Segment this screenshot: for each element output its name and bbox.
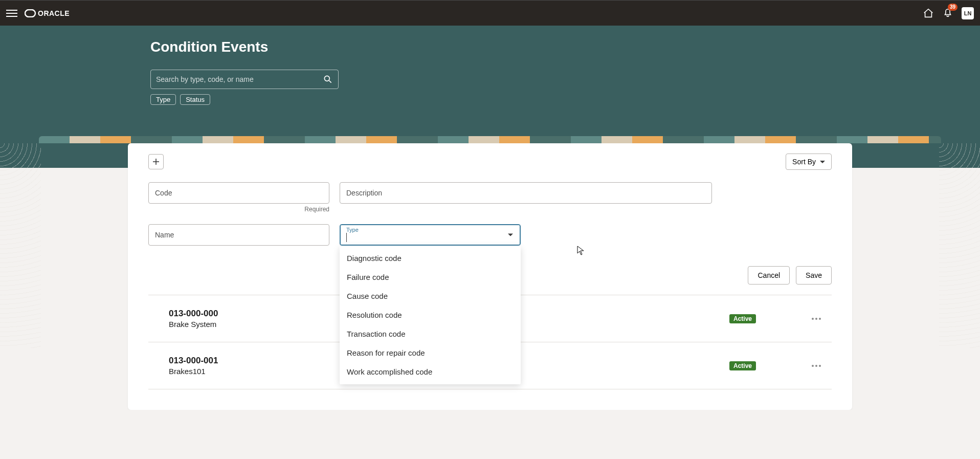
type-option[interactable]: Reason for repair code bbox=[340, 343, 521, 362]
code-helper: Required bbox=[148, 206, 329, 213]
add-button[interactable] bbox=[148, 154, 164, 169]
filter-chips: Type Status bbox=[150, 94, 830, 105]
description-field-wrapper: Description bbox=[340, 182, 712, 213]
caret-down-icon bbox=[820, 161, 825, 163]
cancel-button[interactable]: Cancel bbox=[748, 266, 790, 285]
more-actions-button[interactable] bbox=[801, 318, 832, 320]
code-field[interactable]: Code bbox=[148, 182, 329, 204]
decorative-strip bbox=[39, 136, 941, 143]
save-button[interactable]: Save bbox=[796, 266, 832, 285]
type-select[interactable]: Type bbox=[340, 224, 521, 246]
chip-status[interactable]: Status bbox=[180, 94, 210, 105]
sort-by-button[interactable]: Sort By bbox=[786, 154, 832, 170]
description-field[interactable]: Description bbox=[340, 182, 712, 204]
code-field-wrapper: Code Required bbox=[148, 182, 329, 213]
sort-by-label: Sort By bbox=[792, 158, 816, 166]
form-grid: Code Required Description Name Type Diag… bbox=[148, 182, 832, 246]
search-input[interactable] bbox=[156, 75, 323, 83]
logo-text: ORACLE bbox=[38, 9, 70, 17]
name-field-wrapper: Name bbox=[148, 224, 329, 246]
chip-type[interactable]: Type bbox=[150, 94, 176, 105]
name-field[interactable]: Name bbox=[148, 224, 329, 246]
type-option[interactable]: Work accomplished code bbox=[340, 362, 521, 381]
oracle-logo[interactable]: ORACLE bbox=[25, 9, 86, 17]
search-box[interactable] bbox=[150, 70, 339, 89]
home-icon[interactable] bbox=[923, 8, 934, 19]
text-cursor bbox=[346, 233, 347, 242]
svg-line-2 bbox=[329, 81, 331, 83]
plus-icon bbox=[152, 158, 160, 166]
caret-down-icon bbox=[508, 234, 513, 236]
toolbar-row: Sort By bbox=[148, 154, 832, 170]
description-label: Description bbox=[346, 189, 382, 197]
page-title: Condition Events bbox=[150, 39, 830, 55]
status-badge: Active bbox=[729, 314, 756, 323]
avatar-initials: LN bbox=[964, 10, 972, 16]
type-option[interactable]: Diagnostic code bbox=[340, 249, 521, 268]
svg-point-1 bbox=[324, 76, 329, 81]
topbar-right: 39 LN bbox=[923, 7, 974, 20]
notification-badge: 39 bbox=[948, 4, 957, 11]
main-panel: Sort By Code Required Description Name T… bbox=[128, 143, 852, 410]
notifications-button[interactable]: 39 bbox=[942, 7, 953, 20]
bg-pattern bbox=[939, 143, 980, 348]
topbar: ORACLE 39 LN bbox=[0, 0, 980, 26]
search-icon[interactable] bbox=[323, 74, 333, 84]
code-label: Code bbox=[155, 189, 172, 197]
avatar[interactable]: LN bbox=[962, 7, 974, 19]
type-dropdown: Diagnostic code Failure code Cause code … bbox=[340, 246, 521, 384]
type-option[interactable]: Resolution code bbox=[340, 305, 521, 324]
bg-pattern bbox=[0, 143, 41, 348]
name-label: Name bbox=[155, 231, 174, 239]
type-label: Type bbox=[346, 227, 359, 233]
status-badge: Active bbox=[729, 361, 756, 370]
type-option[interactable]: Failure code bbox=[340, 268, 521, 287]
type-option[interactable]: Transaction code bbox=[340, 324, 521, 343]
more-actions-button[interactable] bbox=[801, 365, 832, 367]
hamburger-icon[interactable] bbox=[6, 8, 17, 19]
topbar-left: ORACLE bbox=[6, 8, 86, 19]
type-field-wrapper: Type Diagnostic code Failure code Cause … bbox=[340, 224, 521, 246]
svg-rect-0 bbox=[25, 10, 35, 17]
type-option[interactable]: Cause code bbox=[340, 287, 521, 305]
divider bbox=[148, 389, 832, 389]
